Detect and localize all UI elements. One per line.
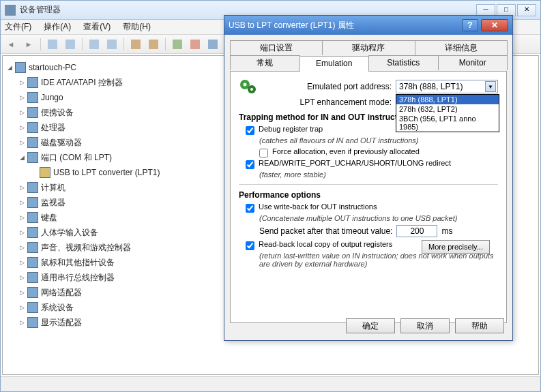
expander-icon[interactable]: ▷ bbox=[18, 108, 26, 117]
device-icon bbox=[27, 227, 38, 238]
tab-statistics[interactable]: Statistics bbox=[368, 55, 439, 70]
expander-icon[interactable]: ▷ bbox=[18, 183, 26, 192]
menu-help[interactable]: 帮助(H) bbox=[123, 21, 151, 33]
tab-port-settings[interactable]: 端口设置 bbox=[230, 40, 323, 55]
tab-emulation[interactable]: Emulation bbox=[299, 56, 370, 72]
tool-btn-8[interactable] bbox=[188, 37, 203, 52]
writeback-checkbox[interactable] bbox=[246, 204, 254, 213]
enhancement-mode-label: LPT enhancement mode: bbox=[299, 97, 396, 107]
expander-icon[interactable]: ▷ bbox=[18, 213, 26, 222]
expander-icon[interactable]: ▷ bbox=[18, 273, 26, 282]
expander-icon[interactable]: ▷ bbox=[18, 198, 26, 207]
emulation-panel: Emulated port address: 378h (888, LPT1) … bbox=[230, 71, 507, 323]
nav-forward-button[interactable]: ► bbox=[21, 37, 36, 52]
timeout-label: Send packet after that timeout value: bbox=[259, 226, 392, 236]
expander-icon[interactable]: ▷ bbox=[18, 243, 26, 252]
readwrite-redirect-label: READ/WRITE_PORT_UCHAR/USHORT/ULONG redir… bbox=[259, 159, 451, 167]
dialog-help-button[interactable]: ? bbox=[462, 19, 478, 31]
device-icon bbox=[27, 77, 38, 88]
computer-icon bbox=[15, 62, 26, 73]
device-icon bbox=[27, 137, 38, 148]
dropdown-item-1[interactable]: 278h (632, LPT2) bbox=[396, 104, 499, 114]
cancel-button[interactable]: 取消 bbox=[400, 318, 450, 333]
debug-trap-sub: (catches all flavours of IN and OUT inst… bbox=[239, 136, 498, 145]
expander-icon[interactable]: ▷ bbox=[18, 318, 26, 327]
menu-file[interactable]: 文件(F) bbox=[5, 21, 31, 33]
timeout-input[interactable] bbox=[396, 225, 437, 237]
tool-btn-3[interactable] bbox=[87, 37, 102, 52]
port-icon bbox=[40, 167, 50, 178]
device-icon bbox=[27, 272, 38, 283]
tool-btn-7[interactable] bbox=[170, 37, 185, 52]
expander-icon[interactable]: ▷ bbox=[18, 78, 26, 87]
device-icon bbox=[27, 182, 38, 193]
expander-icon bbox=[30, 168, 38, 177]
chevron-down-icon[interactable]: ▼ bbox=[485, 81, 496, 92]
readwrite-sub: (faster, more stable) bbox=[239, 170, 498, 179]
menu-action[interactable]: 操作(A) bbox=[44, 21, 71, 33]
writeback-sub: (Concatenate multiple OUT instructions t… bbox=[239, 214, 498, 222]
dropdown-item-2[interactable]: 3BCh (956, LPT1 anno 1985) bbox=[396, 114, 499, 132]
dialog-close-button[interactable]: ✕ bbox=[481, 19, 508, 31]
dropdown-item-0[interactable]: 378h (888, LPT1) bbox=[396, 95, 499, 104]
ok-button[interactable]: 确定 bbox=[346, 318, 395, 333]
device-icon bbox=[27, 302, 38, 313]
device-icon bbox=[27, 242, 38, 253]
device-icon bbox=[27, 152, 38, 163]
tool-btn-4[interactable] bbox=[104, 37, 119, 52]
device-icon bbox=[27, 287, 38, 298]
expander-icon[interactable]: ▷ bbox=[18, 288, 26, 297]
writeback-label: Use write-back for OUT instructions bbox=[259, 202, 377, 211]
tool-btn-2[interactable] bbox=[63, 37, 78, 52]
combo-value: 378h (888, LPT1) bbox=[399, 82, 463, 91]
device-icon bbox=[27, 92, 38, 103]
expander-icon[interactable]: ◢ bbox=[5, 63, 14, 72]
readback-checkbox[interactable] bbox=[246, 241, 254, 250]
device-icon bbox=[27, 197, 38, 208]
nav-back-button[interactable]: ◄ bbox=[3, 37, 18, 52]
more-precisely-button[interactable]: More precisely... bbox=[422, 240, 490, 254]
expander-icon[interactable]: ▷ bbox=[18, 258, 26, 267]
expander-icon[interactable]: ▷ bbox=[18, 228, 26, 237]
debug-trap-label: Debug register trap bbox=[259, 125, 323, 133]
tab-details[interactable]: 详细信息 bbox=[415, 40, 508, 55]
statusbar bbox=[1, 376, 540, 391]
readback-sub: (return last-written value on IN instruc… bbox=[239, 252, 498, 268]
emulated-address-label: Emulated port address: bbox=[307, 82, 396, 91]
tab-general[interactable]: 常规 bbox=[230, 55, 300, 70]
force-alloc-label: Force allocation, even if previously all… bbox=[272, 147, 420, 155]
tab-driver[interactable]: 驱动程序 bbox=[322, 40, 415, 55]
address-dropdown-list: 378h (888, LPT1) 278h (632, LPT2) 3BCh (… bbox=[396, 94, 499, 132]
timeout-unit: ms bbox=[441, 226, 452, 236]
debug-trap-checkbox[interactable] bbox=[246, 126, 254, 135]
properties-dialog: USB to LPT converter (LPT1) 属性 ? ✕ 端口设置 … bbox=[224, 15, 513, 341]
expander-icon[interactable]: ▷ bbox=[18, 303, 26, 312]
expander-icon[interactable]: ▷ bbox=[18, 93, 26, 102]
close-button[interactable]: ✕ bbox=[517, 4, 536, 16]
help-button[interactable]: 帮助 bbox=[455, 318, 504, 333]
tool-btn-5[interactable] bbox=[128, 37, 143, 52]
dialog-title: USB to LPT converter (LPT1) 属性 bbox=[229, 20, 462, 31]
svg-point-3 bbox=[250, 88, 253, 91]
app-icon bbox=[5, 5, 16, 16]
window-title: 设备管理器 bbox=[20, 4, 476, 16]
dialog-titlebar: USB to LPT converter (LPT1) 属性 ? ✕ bbox=[224, 16, 512, 35]
device-icon bbox=[27, 317, 38, 328]
emulated-address-combo[interactable]: 378h (888, LPT1) ▼ 378h (888, LPT1) 278h… bbox=[396, 80, 498, 93]
tool-btn-9[interactable] bbox=[205, 37, 220, 52]
tab-monitor[interactable]: Monitor bbox=[438, 55, 508, 70]
expander-icon[interactable]: ◢ bbox=[18, 153, 26, 162]
tool-btn-1[interactable] bbox=[45, 37, 60, 52]
gear-icon bbox=[239, 78, 258, 95]
device-icon bbox=[27, 122, 38, 133]
maximize-button[interactable]: □ bbox=[497, 4, 516, 16]
expander-icon[interactable]: ▷ bbox=[18, 123, 26, 132]
expander-icon[interactable]: ▷ bbox=[18, 138, 26, 147]
readback-label: Read-back local copy of output registers bbox=[259, 240, 392, 248]
force-alloc-checkbox[interactable] bbox=[259, 149, 268, 157]
device-icon bbox=[27, 107, 38, 118]
minimize-button[interactable]: ─ bbox=[476, 4, 495, 16]
menu-view[interactable]: 查看(V) bbox=[83, 21, 111, 33]
tool-btn-6[interactable] bbox=[146, 37, 161, 52]
readwrite-redirect-checkbox[interactable] bbox=[246, 160, 254, 169]
